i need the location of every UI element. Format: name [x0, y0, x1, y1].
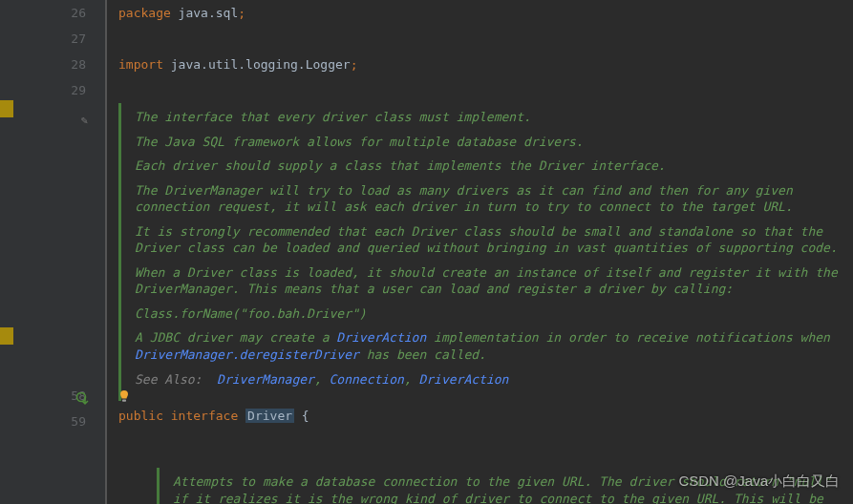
- annotation-margin: [0, 0, 24, 504]
- lightbulb-icon[interactable]: [117, 389, 131, 403]
- code-line[interactable]: public interface Driver {: [109, 403, 853, 429]
- code-line[interactable]: [109, 26, 853, 52]
- punctuation: ;: [351, 57, 358, 72]
- doc-see-also: See Also: DriverManager, Connection, Dri…: [135, 371, 842, 388]
- code-line[interactable]: [109, 77, 853, 103]
- punctuation: {: [294, 409, 309, 423]
- code-line[interactable]: import java.util.logging.Logger;: [109, 52, 853, 77]
- keyword: interface: [171, 409, 245, 423]
- line-number: 59: [24, 409, 86, 434]
- identifier: java.sql: [171, 6, 238, 20]
- class-name-highlight: Driver: [245, 409, 294, 423]
- doc-link[interactable]: DriverManager.deregisterDriver: [135, 347, 359, 362]
- keyword: public: [118, 409, 171, 423]
- line-number-gutter[interactable]: 26 27 28 29 ✎ 58 59: [24, 0, 105, 504]
- line-number: 27: [24, 26, 86, 52]
- doc-link[interactable]: DriverManager: [217, 372, 314, 387]
- keyword: package: [118, 6, 171, 20]
- doc-paragraph: The interface that every driver class mu…: [135, 109, 842, 126]
- punctuation: ;: [238, 6, 245, 20]
- indent-guide: [105, 0, 107, 504]
- doc-paragraph: It is strongly recommended that each Dri…: [135, 223, 842, 257]
- doc-link[interactable]: DriverAction: [418, 372, 508, 387]
- doc-paragraph: The DriverManager will try to load as ma…: [135, 182, 842, 216]
- svg-point-0: [77, 393, 86, 402]
- code-line[interactable]: package java.sql;: [109, 0, 853, 26]
- doc-code: Class.forName("foo.bah.Driver"): [135, 305, 842, 323]
- doc-paragraph: The Java SQL framework allows for multip…: [135, 134, 842, 151]
- svg-rect-1: [122, 400, 126, 402]
- code-editor[interactable]: package java.sql; import java.util.loggi…: [105, 0, 853, 504]
- doc-paragraph: Each driver should supply a class that i…: [135, 158, 842, 175]
- watermark: CSDN @Java小白白又白: [678, 472, 840, 491]
- javadoc-block[interactable]: The interface that every driver class mu…: [118, 103, 853, 401]
- line-number: 58: [24, 383, 86, 409]
- doc-paragraph: A JDBC driver may create a DriverAction …: [135, 329, 842, 363]
- line-number: 26: [24, 0, 86, 26]
- code-line[interactable]: [109, 429, 853, 454]
- doc-link[interactable]: Connection: [330, 372, 404, 387]
- doc-tag-label: See Also:: [135, 372, 202, 387]
- doc-link[interactable]: DriverAction: [336, 330, 426, 345]
- identifier: java.util.logging.Logger: [163, 57, 351, 72]
- line-number: 28: [24, 52, 86, 77]
- line-number: ✎: [24, 103, 86, 129]
- line-number: 29: [24, 77, 86, 103]
- pencil-icon[interactable]: ✎: [81, 108, 88, 134]
- bookmark-marker[interactable]: [0, 100, 13, 117]
- keyword: import: [118, 57, 163, 72]
- doc-paragraph: When a Driver class is loaded, it should…: [135, 264, 842, 298]
- bookmark-marker[interactable]: [0, 327, 13, 345]
